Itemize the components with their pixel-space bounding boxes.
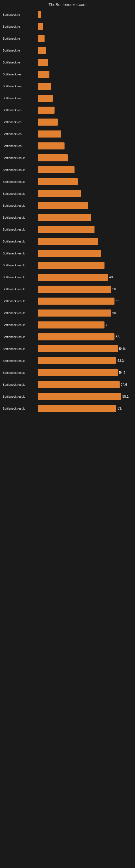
bar-fill bbox=[38, 23, 43, 30]
bar-track bbox=[38, 238, 132, 245]
bar-track bbox=[38, 11, 132, 18]
bar-label: Bottleneck res bbox=[3, 97, 38, 100]
bar-value: 52. bbox=[116, 335, 120, 339]
bar-fill bbox=[38, 393, 121, 400]
bar-label: Bottleneck re bbox=[3, 25, 38, 28]
bar-label: Bottleneck result bbox=[3, 335, 38, 339]
bar-row: Bottleneck res bbox=[3, 105, 132, 115]
bar-value: 55.1 bbox=[122, 395, 129, 399]
bar-row: Bottleneck re bbox=[3, 22, 132, 32]
bar-fill bbox=[38, 106, 54, 114]
bar-track bbox=[38, 214, 132, 221]
bar-row: Bottleneck result bbox=[3, 188, 132, 199]
bar-label: Bottleneck result bbox=[3, 311, 38, 315]
bar-track bbox=[38, 166, 132, 173]
bar-row: Bottleneck result bbox=[3, 153, 132, 163]
bar-value: 54.6 bbox=[121, 383, 127, 386]
bar-row: Bottleneck res bbox=[3, 93, 132, 103]
bar-track bbox=[38, 262, 132, 269]
site-title: TheBottlenecker.com bbox=[49, 2, 87, 7]
bar-fill bbox=[38, 47, 46, 54]
bar-track: 53. bbox=[38, 405, 132, 412]
bar-fill bbox=[38, 310, 111, 316]
bar-row: Bottleneck result50 bbox=[3, 284, 132, 294]
bar-fill bbox=[38, 95, 53, 102]
bar-track bbox=[38, 178, 132, 185]
bar-row: Bottleneck result52. bbox=[3, 332, 132, 342]
bar-row: Bottleneck result bbox=[3, 200, 132, 211]
bar-track bbox=[38, 106, 132, 114]
bar-track bbox=[38, 71, 132, 78]
bar-label: Bottleneck result bbox=[3, 192, 38, 195]
bar-track bbox=[38, 130, 132, 137]
bar-fill bbox=[38, 83, 51, 90]
bar-label: Bottleneck resu bbox=[3, 144, 38, 148]
bar-fill bbox=[38, 178, 78, 185]
bar-label: Bottleneck res bbox=[3, 108, 38, 112]
bar-row: Bottleneck res bbox=[3, 69, 132, 80]
bar-track: 52. bbox=[38, 298, 132, 305]
bar-row: Bottleneck resu bbox=[3, 141, 132, 151]
bar-row: Bottleneck result4 bbox=[3, 320, 132, 330]
bar-label: Bottleneck result bbox=[3, 252, 38, 255]
bar-row: Bottleneck result50 bbox=[3, 308, 132, 318]
bar-track: 54% bbox=[38, 345, 132, 352]
bar-label: Bottleneck result bbox=[3, 395, 38, 398]
bar-track: 50 bbox=[38, 310, 132, 316]
bar-value: 53. bbox=[118, 407, 122, 410]
site-header: TheBottlenecker.com bbox=[0, 0, 135, 8]
bar-row: Bottleneck re bbox=[3, 45, 132, 56]
bar-row: Bottleneck result54.2 bbox=[3, 368, 132, 378]
bar-track bbox=[38, 59, 132, 66]
bar-track bbox=[38, 23, 132, 30]
bar-label: Bottleneck re bbox=[3, 61, 38, 64]
bar-fill bbox=[38, 321, 104, 329]
bar-track bbox=[38, 95, 132, 102]
bar-row: Bottleneck result bbox=[3, 260, 132, 271]
bar-label: Bottleneck res bbox=[3, 120, 38, 124]
bar-track bbox=[38, 202, 132, 209]
bar-row: Bottleneck re bbox=[3, 57, 132, 67]
bar-fill bbox=[38, 214, 91, 221]
bar-fill bbox=[38, 226, 94, 233]
bar-label: Bottleneck result bbox=[3, 287, 38, 291]
bar-label: Bottleneck result bbox=[3, 300, 38, 303]
bar-value: 53.3 bbox=[118, 359, 124, 363]
bar-label: Bottleneck result bbox=[3, 383, 38, 386]
bar-row: Bottleneck result53.3 bbox=[3, 355, 132, 366]
bar-track bbox=[38, 143, 132, 150]
bar-row: Bottleneck result bbox=[3, 177, 132, 187]
bar-label: Bottleneck result bbox=[3, 156, 38, 159]
bar-value: 50 bbox=[112, 311, 116, 315]
bar-fill bbox=[38, 190, 81, 197]
bar-track bbox=[38, 83, 132, 90]
bar-row: Bottleneck result52. bbox=[3, 296, 132, 306]
bar-label: Bottleneck result bbox=[3, 347, 38, 350]
bar-row: Bottleneck result48 bbox=[3, 272, 132, 282]
bar-track bbox=[38, 154, 132, 161]
bar-fill bbox=[38, 166, 75, 173]
bar-fill bbox=[38, 59, 48, 66]
bar-fill bbox=[38, 35, 45, 42]
bar-row: Bottleneck result bbox=[3, 248, 132, 258]
bar-fill bbox=[38, 286, 111, 293]
bar-track: 50 bbox=[38, 286, 132, 293]
bar-fill bbox=[38, 274, 108, 281]
bar-fill bbox=[38, 143, 64, 150]
bar-value: 54% bbox=[119, 347, 126, 351]
bar-fill bbox=[38, 154, 68, 161]
bar-fill bbox=[38, 130, 61, 137]
bar-label: Bottleneck result bbox=[3, 276, 38, 279]
bar-label: Bottleneck result bbox=[3, 371, 38, 374]
bar-row: Bottleneck result bbox=[3, 236, 132, 247]
chart-container: Bottleneck reBottleneck reBottleneck reB… bbox=[0, 9, 135, 414]
bar-fill bbox=[38, 119, 58, 126]
bar-row: Bottleneck re bbox=[3, 33, 132, 44]
bar-row: Bottleneck result bbox=[3, 224, 132, 235]
bar-track bbox=[38, 250, 132, 257]
bar-fill bbox=[38, 369, 118, 376]
bar-label: Bottleneck result bbox=[3, 240, 38, 243]
bar-value: 54.2 bbox=[119, 371, 125, 375]
bar-track: 4 bbox=[38, 321, 132, 329]
bar-track bbox=[38, 226, 132, 233]
